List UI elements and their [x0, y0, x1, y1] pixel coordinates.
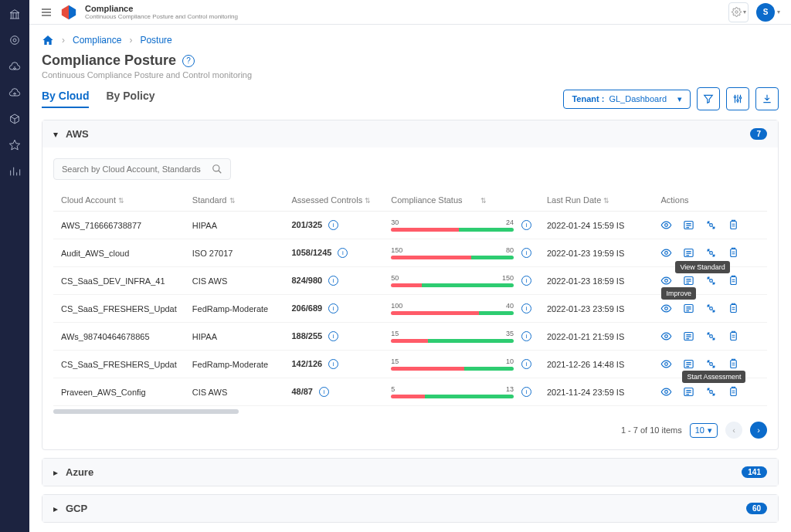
col-assessed[interactable]: Assessed Controls ⇅ — [283, 189, 383, 212]
col-cloud-account[interactable]: Cloud Account ⇅ — [53, 189, 185, 212]
breadcrumb-link[interactable]: Compliance — [73, 35, 121, 46]
info-icon[interactable]: i — [328, 303, 338, 313]
nav-cloud-upload-icon[interactable] — [7, 85, 22, 100]
tabs: By Cloud By Policy — [42, 90, 154, 108]
assess-action-icon[interactable] — [705, 386, 717, 398]
report-action-icon[interactable] — [683, 358, 694, 370]
svg-point-27 — [665, 363, 668, 366]
count-badge: 60 — [746, 503, 767, 514]
assess-action-icon[interactable] — [705, 247, 717, 259]
nav-cloud-download-icon[interactable] — [7, 59, 22, 74]
sidebar — [0, 0, 29, 532]
assess-action-icon[interactable] — [705, 219, 717, 231]
search-icon[interactable] — [212, 164, 222, 175]
table-row: AWS_716666738877 HIPAA 201/325i 3024 i 2… — [53, 212, 767, 239]
cell-date: 2022-01-21 21:59 IS — [539, 323, 653, 351]
cell-compliance: 1510 i — [383, 351, 539, 378]
cell-actions: Start Assessment — [653, 351, 767, 378]
clipboard-action-icon[interactable] — [728, 358, 739, 370]
info-icon[interactable]: i — [521, 303, 531, 313]
search-input[interactable] — [62, 164, 212, 174]
panel-header-gcp[interactable]: ▸ GCP 60 — [42, 495, 778, 522]
nav-target-icon[interactable] — [7, 32, 22, 48]
report-action-icon[interactable]: View StandardImprove — [683, 275, 694, 286]
info-icon[interactable]: i — [319, 387, 329, 397]
filter-button[interactable] — [697, 87, 720, 110]
info-icon[interactable]: i — [521, 248, 531, 258]
breadcrumb-home-icon[interactable] — [42, 34, 54, 46]
info-icon[interactable]: i — [521, 359, 531, 369]
breadcrumb: › Compliance › Posture — [42, 34, 779, 46]
cell-account: CS_SaaS_DEV_INFRA_41 — [53, 267, 185, 295]
info-icon[interactable]: i — [521, 331, 531, 341]
report-action-icon[interactable] — [683, 219, 694, 231]
cell-date: 2022-01-23 23:59 IS — [539, 295, 653, 323]
tab-by-cloud[interactable]: By Cloud — [42, 90, 89, 108]
settings-sliders-button[interactable] — [726, 87, 749, 110]
results-table: Cloud Account ⇅ Standard ⇅ Assessed Cont… — [53, 189, 767, 406]
pager-prev[interactable]: ‹ — [725, 422, 742, 439]
svg-point-6 — [213, 165, 219, 171]
assess-action-icon[interactable] — [705, 330, 717, 342]
report-action-icon[interactable] — [683, 303, 694, 314]
view-action-icon[interactable] — [660, 386, 672, 398]
horizontal-scrollbar[interactable] — [53, 409, 239, 414]
page-subtitle: Continuous Compliance Posture and Contro… — [42, 70, 779, 80]
clipboard-action-icon[interactable] — [728, 330, 739, 342]
assess-action-icon[interactable] — [705, 303, 717, 314]
chevron-right-icon: ▸ — [53, 467, 58, 478]
search-box[interactable] — [53, 158, 231, 180]
menu-toggle-icon[interactable] — [40, 6, 53, 19]
tab-by-policy[interactable]: By Policy — [106, 90, 154, 108]
col-date[interactable]: Last Run Date ⇅ — [539, 189, 653, 212]
view-action-icon[interactable] — [660, 275, 672, 286]
clipboard-action-icon[interactable] — [728, 303, 739, 314]
report-action-icon[interactable] — [683, 330, 694, 342]
count-badge: 7 — [750, 128, 767, 140]
info-icon[interactable]: i — [328, 359, 338, 369]
panel-title: GCP — [66, 503, 87, 514]
view-action-icon[interactable] — [660, 358, 672, 370]
view-action-icon[interactable] — [660, 330, 672, 342]
clipboard-action-icon[interactable] — [728, 247, 739, 259]
tenant-select[interactable]: Tenant : GL_Dashboard ▾ — [563, 90, 691, 109]
panel-header-aws[interactable]: ▾ AWS 7 — [42, 120, 778, 147]
nav-bank-icon[interactable] — [7, 6, 22, 22]
info-icon[interactable]: i — [328, 276, 338, 286]
report-action-icon[interactable] — [683, 247, 694, 259]
nav-box-icon[interactable] — [7, 111, 22, 127]
assess-action-icon[interactable]: Start Assessment — [705, 358, 717, 370]
view-action-icon[interactable] — [660, 303, 672, 314]
assess-action-icon[interactable] — [705, 275, 717, 286]
nav-star-icon[interactable] — [7, 137, 22, 153]
clipboard-action-icon[interactable] — [728, 386, 739, 398]
cell-standard: FedRamp-Moderate — [185, 295, 284, 323]
info-icon[interactable]: i — [338, 248, 348, 258]
settings-button[interactable]: ▾ — [728, 2, 749, 22]
clipboard-action-icon[interactable] — [728, 275, 739, 286]
cell-compliance: 513 i — [383, 378, 539, 406]
help-icon[interactable]: ? — [182, 55, 195, 67]
view-action-icon[interactable] — [660, 247, 672, 259]
svg-point-29 — [710, 363, 713, 366]
report-action-icon[interactable] — [683, 386, 694, 398]
svg-point-2 — [735, 11, 737, 13]
panel-header-azure[interactable]: ▸ Azure 141 — [42, 459, 778, 486]
nav-bars-icon[interactable] — [7, 164, 22, 179]
info-icon[interactable]: i — [521, 387, 531, 397]
view-action-icon[interactable] — [660, 219, 672, 231]
info-icon[interactable]: i — [521, 276, 531, 286]
user-avatar[interactable]: S — [756, 3, 775, 22]
sort-icon: ⇅ — [365, 197, 371, 205]
clipboard-action-icon[interactable] — [728, 219, 739, 231]
col-standard[interactable]: Standard ⇅ — [185, 189, 284, 212]
cell-compliance: 15080 i — [383, 239, 539, 267]
info-icon[interactable]: i — [328, 331, 338, 341]
info-icon[interactable]: i — [521, 220, 531, 230]
col-compliance[interactable]: Compliance Status ⇅ — [383, 189, 539, 212]
download-button[interactable] — [755, 87, 779, 110]
pager-next[interactable]: › — [750, 422, 767, 439]
info-icon[interactable]: i — [328, 220, 338, 230]
page-size-select[interactable]: 10 ▾ — [690, 423, 718, 438]
table-row: CS_SaaS_FRESHERS_Updat FedRamp-Moderate … — [53, 295, 767, 323]
